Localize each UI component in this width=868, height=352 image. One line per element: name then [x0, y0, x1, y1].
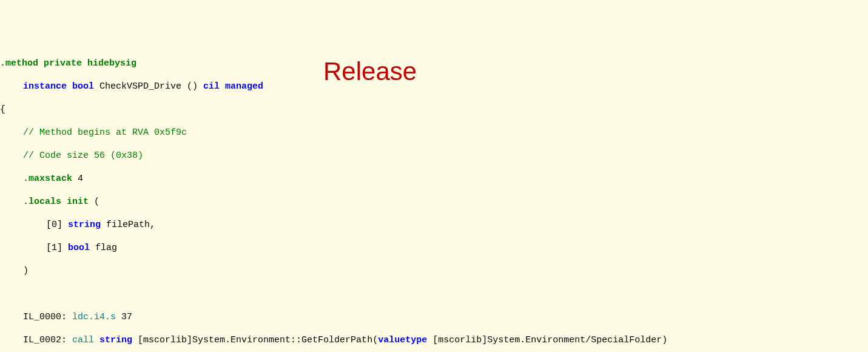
il-text: [mscorlib]System.Environment/SpecialFold… — [427, 335, 667, 345]
il-arg: 37 — [116, 312, 132, 322]
local-1-type: bool — [68, 243, 90, 253]
il-label: IL_0000: — [23, 312, 72, 322]
maxstack-val: 4 — [72, 174, 83, 184]
local-0-type: string — [68, 220, 101, 230]
locals-init: .locals init — [23, 197, 89, 207]
il-text: [mscorlib]System.Environment::GetFolderP… — [132, 335, 378, 345]
il-label: IL_0002: — [23, 335, 72, 345]
valuetype: valuetype — [378, 335, 427, 345]
comment-codesize: // Code size 56 (0x38) — [23, 151, 143, 161]
open-brace: { — [0, 104, 5, 115]
comment-rva: // Method begins at RVA 0x5f9c — [23, 127, 187, 138]
method-sig: .method private hidebysig — [0, 58, 136, 69]
locals-open: ( — [89, 197, 99, 207]
local-1-name: flag — [90, 243, 117, 253]
release-label: Release — [323, 66, 417, 77]
instance-bool: instance bool — [23, 81, 94, 92]
maxstack: .maxstack — [23, 174, 72, 184]
locals-close: ) — [23, 266, 29, 276]
il-op: call — [72, 335, 94, 345]
type: string — [99, 335, 132, 345]
method-name: CheckVSPD_Drive () — [94, 81, 203, 92]
il-code-block: .method private hidebysig instance bool … — [0, 46, 868, 352]
local-0-idx: [0] — [46, 220, 68, 230]
il-op: ldc.i4.s — [72, 312, 116, 322]
local-0-name: filePath, — [101, 220, 155, 230]
cil-managed: cil managed — [203, 81, 263, 92]
local-1-idx: [1] — [46, 243, 68, 253]
